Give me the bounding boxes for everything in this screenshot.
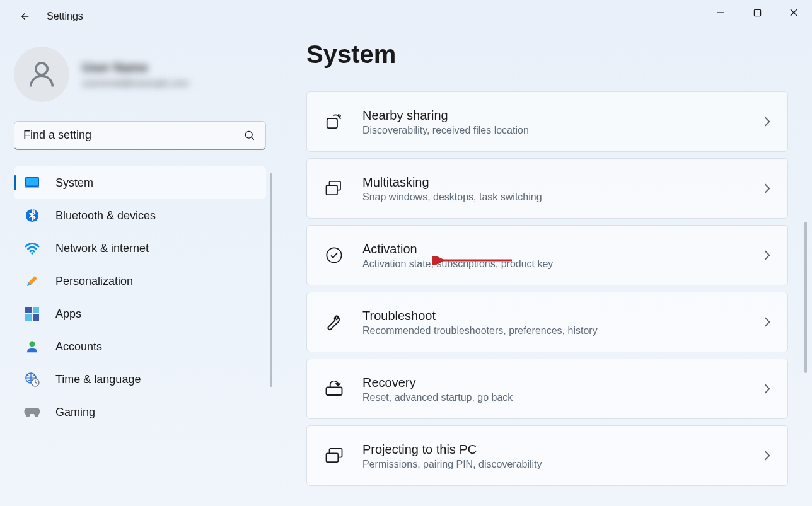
wrench-icon: [323, 311, 345, 333]
page-title: System: [306, 40, 812, 69]
svg-point-13: [29, 341, 35, 347]
back-button[interactable]: [18, 9, 33, 24]
app-title: Settings: [47, 11, 83, 22]
svg-rect-10: [33, 307, 39, 313]
window-controls: [702, 0, 812, 25]
share-icon: [323, 111, 345, 132]
maximize-button[interactable]: [739, 0, 775, 25]
svg-rect-18: [327, 185, 338, 195]
card-subtitle: Discoverability, received files location: [362, 125, 763, 136]
content-scrollbar[interactable]: [804, 222, 807, 373]
monitor-icon: [24, 175, 40, 191]
card-title: Multitasking: [362, 175, 763, 190]
svg-rect-16: [327, 118, 337, 128]
apps-icon: [24, 306, 40, 322]
svg-rect-6: [25, 187, 39, 188]
search-icon: [243, 129, 256, 142]
card-multitasking[interactable]: Multitasking Snap windows, desktops, tas…: [306, 158, 788, 219]
card-recovery[interactable]: Recovery Reset, advanced startup, go bac…: [306, 359, 788, 419]
card-projecting[interactable]: Projecting to this PC Permissions, pairi…: [306, 425, 788, 486]
minimize-icon: [716, 8, 725, 17]
chevron-right-icon: [763, 250, 771, 261]
sidebar-item-apps[interactable]: Apps: [14, 297, 266, 330]
recovery-icon: [323, 378, 345, 400]
chevron-right-icon: [763, 383, 771, 394]
wifi-icon: [24, 240, 40, 256]
close-button[interactable]: [775, 0, 812, 25]
card-title: Projecting to this PC: [362, 442, 763, 457]
content: System Nearby sharing Discoverability, r…: [277, 33, 812, 506]
bluetooth-icon: [24, 207, 40, 224]
arrow-left-icon: [20, 11, 31, 22]
card-subtitle: Activation state, subscriptions, product…: [362, 258, 763, 270]
chevron-right-icon: [763, 183, 771, 194]
svg-point-8: [31, 252, 33, 254]
card-subtitle: Reset, advanced startup, go back: [362, 392, 763, 403]
search-wrap: [14, 121, 266, 150]
globe-clock-icon: [24, 371, 40, 388]
close-icon: [789, 8, 798, 17]
card-title: Nearby sharing: [362, 108, 763, 124]
card-troubleshoot[interactable]: Troubleshoot Recommended troubleshooters…: [306, 292, 788, 352]
svg-point-2: [36, 63, 48, 75]
sidebar-scrollbar[interactable]: [270, 173, 272, 387]
sidebar-item-network[interactable]: Network & internet: [14, 232, 266, 265]
sidebar: User Name useremail@example.com System: [0, 33, 277, 506]
nav-list: System Bluetooth & devices Network & int…: [14, 166, 266, 428]
svg-rect-22: [327, 453, 339, 462]
gamepad-icon: [24, 404, 40, 420]
chevron-right-icon: [763, 450, 771, 461]
svg-point-19: [327, 248, 341, 262]
titlebar: Settings: [0, 0, 812, 33]
chevron-right-icon: [763, 316, 771, 328]
person-icon: [24, 338, 40, 355]
avatar: [14, 47, 69, 102]
check-circle-icon: [323, 244, 345, 266]
sidebar-item-label: Time & language: [55, 373, 141, 386]
svg-rect-5: [26, 178, 38, 186]
svg-point-3: [245, 131, 252, 138]
card-title: Recovery: [362, 375, 763, 391]
multitask-icon: [323, 178, 345, 199]
sidebar-item-label: Accounts: [55, 340, 102, 354]
sidebar-item-label: Gaming: [55, 406, 95, 419]
card-title: Activation: [362, 241, 763, 257]
sidebar-item-label: Network & internet: [55, 242, 149, 255]
card-activation[interactable]: Activation Activation state, subscriptio…: [306, 225, 788, 285]
sidebar-item-label: Bluetooth & devices: [55, 209, 156, 222]
card-subtitle: Permissions, pairing PIN, discoverabilit…: [362, 459, 763, 470]
person-icon: [25, 58, 58, 91]
chevron-right-icon: [763, 116, 771, 127]
minimize-button[interactable]: [702, 0, 739, 25]
profile-section[interactable]: User Name useremail@example.com: [14, 47, 264, 102]
maximize-icon: [753, 9, 762, 17]
project-icon: [323, 445, 345, 466]
card-subtitle: Snap windows, desktops, task switching: [362, 192, 763, 203]
card-list: Nearby sharing Discoverability, received…: [306, 91, 788, 486]
sidebar-item-label: System: [55, 176, 93, 190]
sidebar-item-personalization[interactable]: Personalization: [14, 265, 266, 297]
svg-rect-1: [754, 9, 760, 16]
sidebar-item-system[interactable]: System: [14, 166, 266, 199]
svg-rect-12: [33, 314, 39, 321]
svg-rect-9: [25, 307, 32, 313]
search-input[interactable]: [14, 121, 266, 150]
sidebar-item-gaming[interactable]: Gaming: [14, 396, 266, 428]
sidebar-item-label: Apps: [55, 308, 81, 321]
svg-rect-20: [327, 388, 342, 396]
card-title: Troubleshoot: [362, 308, 763, 324]
brush-icon: [24, 273, 40, 289]
sidebar-item-label: Personalization: [55, 275, 133, 288]
svg-rect-11: [25, 314, 32, 321]
profile-email: useremail@example.com: [82, 78, 188, 88]
sidebar-item-time-language[interactable]: Time & language: [14, 363, 266, 396]
profile-text: User Name useremail@example.com: [82, 60, 188, 88]
profile-name: User Name: [82, 60, 188, 75]
sidebar-item-bluetooth[interactable]: Bluetooth & devices: [14, 199, 266, 232]
card-subtitle: Recommended troubleshooters, preferences…: [362, 325, 763, 336]
card-nearby-sharing[interactable]: Nearby sharing Discoverability, received…: [306, 91, 788, 152]
sidebar-item-accounts[interactable]: Accounts: [14, 330, 266, 363]
